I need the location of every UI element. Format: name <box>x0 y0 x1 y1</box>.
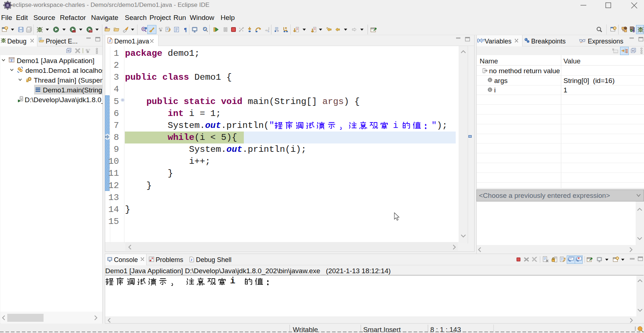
svg-text:¶: ¶ <box>184 27 187 33</box>
svg-text:J: J <box>191 258 193 262</box>
svg-text:J: J <box>109 39 111 43</box>
svg-text:x=: x= <box>580 41 583 43</box>
svg-text:P: P <box>143 28 144 31</box>
svg-text:L: L <box>489 79 491 82</box>
svg-text:J: J <box>11 59 12 62</box>
svg-text:L: L <box>489 88 491 92</box>
